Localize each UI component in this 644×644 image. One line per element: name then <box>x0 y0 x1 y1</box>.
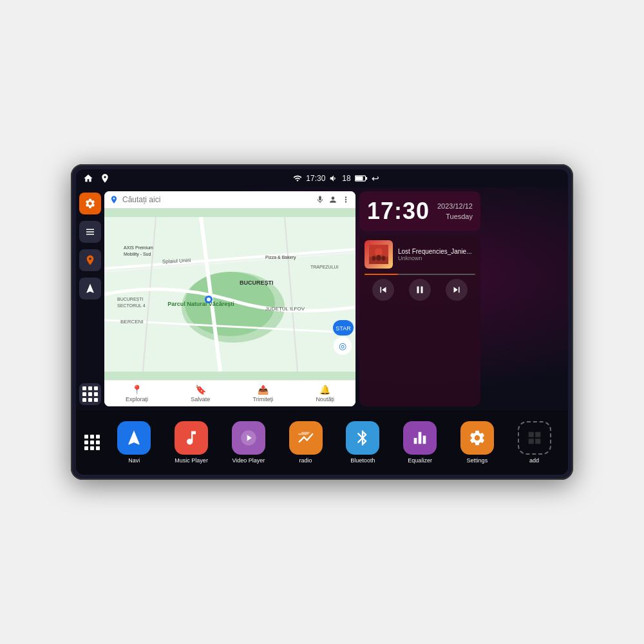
maps-icon[interactable] <box>99 173 111 184</box>
music-widget: Lost Frequencies_Janie... Unknown <box>359 235 480 406</box>
svg-point-33 <box>376 255 381 261</box>
sidebar-grid-btn[interactable] <box>79 383 101 405</box>
music-progress-fill <box>365 274 398 275</box>
svg-rect-1 <box>355 176 363 181</box>
svg-text:AXIS Premium: AXIS Premium <box>124 245 153 250</box>
svg-text:BUCUREȘTI: BUCUREȘTI <box>240 279 274 286</box>
map-nav-saved[interactable]: 🔖 Salvate <box>191 384 210 402</box>
album-art <box>365 240 393 269</box>
app-video-icon <box>232 421 265 455</box>
svg-text:JUDEȚUL ILFOV: JUDEȚUL ILFOV <box>265 306 305 312</box>
svg-text:STAR: STAR <box>336 325 351 332</box>
app-bluetooth-label: Bluetooth <box>350 457 375 464</box>
google-maps-icon <box>109 195 118 204</box>
clock-date: 2023/12/12 Tuesday <box>437 201 473 222</box>
status-bar: 17:30 18 ↩ <box>76 169 568 187</box>
map-search-input[interactable] <box>122 195 312 204</box>
app-radio-icon <box>289 421 323 455</box>
app-add[interactable]: add <box>515 421 554 464</box>
app-settings[interactable]: Settings <box>458 421 497 464</box>
svg-rect-2 <box>365 177 367 180</box>
app-grid-section: Navi Music Player <box>76 410 568 475</box>
song-title: Lost Frequencies_Janie... <box>398 248 475 255</box>
app-video-label: Video Player <box>232 457 265 464</box>
app-music-label: Music Player <box>175 457 208 464</box>
account-icon[interactable] <box>328 195 337 204</box>
app-add-label: add <box>529 457 539 464</box>
svg-text:Parcul Natural Văcărești: Parcul Natural Văcărești <box>167 301 234 307</box>
sidebar-location-btn[interactable] <box>79 249 101 271</box>
status-center: 17:30 18 ↩ <box>293 173 379 184</box>
svg-point-32 <box>372 256 376 261</box>
next-track-button[interactable] <box>446 279 468 301</box>
sidebar-settings-btn[interactable] <box>79 193 101 214</box>
app-navi-label: Navi <box>128 457 140 464</box>
right-panel: 17:30 2023/12/12 Tuesday <box>355 187 484 410</box>
svg-point-34 <box>382 256 386 261</box>
app-navi[interactable]: Navi <box>115 421 153 464</box>
map-nav-news[interactable]: 🔔 Noutăți <box>316 384 334 402</box>
main-content: Splaiul Unirii BUCUREȘTI JUDEȚUL ILFOV B… <box>76 187 568 410</box>
svg-point-30 <box>375 248 383 256</box>
app-radio-label: radio <box>299 457 312 464</box>
back-icon[interactable]: ↩ <box>372 173 379 184</box>
app-settings-icon <box>460 421 494 455</box>
svg-text:BUCUREȘTI: BUCUREȘTI <box>117 297 144 302</box>
song-details: Lost Frequencies_Janie... Unknown <box>398 248 475 261</box>
music-controls <box>365 279 475 301</box>
play-pause-button[interactable] <box>409 279 431 301</box>
app-music-icon <box>175 421 208 455</box>
app-settings-label: Settings <box>467 457 488 464</box>
status-left <box>82 173 111 184</box>
app-navi-icon <box>117 421 151 455</box>
svg-text:TRAPEZULUI: TRAPEZULUI <box>310 265 339 269</box>
crowd-image <box>369 245 388 264</box>
app-video-player[interactable]: Video Player <box>229 421 268 464</box>
map-nav-explore[interactable]: 📍 Explorați <box>126 384 148 402</box>
song-artist: Unknown <box>398 255 475 261</box>
app-add-icon <box>518 421 551 455</box>
microphone-icon[interactable] <box>316 195 325 204</box>
map-bottom-nav: 📍 Explorați 🔖 Salvate 📤 Trimiteți � <box>104 380 355 406</box>
app-equalizer-label: Equalizer <box>408 457 432 464</box>
app-music-player[interactable]: Music Player <box>172 421 211 464</box>
svg-point-24 <box>207 298 211 301</box>
clock-widget: 17:30 2023/12/12 Tuesday <box>359 191 480 231</box>
music-info: Lost Frequencies_Janie... Unknown <box>365 240 475 269</box>
svg-text:Pizza & Bakery: Pizza & Bakery <box>265 255 296 260</box>
clock-time: 17:30 <box>367 198 430 225</box>
music-progress-bar[interactable] <box>365 274 475 275</box>
svg-text:Mobility - Sud: Mobility - Sud <box>124 252 151 257</box>
svg-text:BERCENI: BERCENI <box>120 319 144 325</box>
map-nav-send[interactable]: 📤 Trimiteți <box>253 384 274 402</box>
app-radio[interactable]: radio <box>287 421 325 464</box>
home-icon[interactable] <box>82 173 94 184</box>
prev-track-button[interactable] <box>372 279 394 301</box>
map-container[interactable]: Splaiul Unirii BUCUREȘTI JUDEȚUL ILFOV B… <box>104 191 355 406</box>
app-bluetooth-icon <box>346 421 379 455</box>
svg-text:◎: ◎ <box>339 341 346 351</box>
content-area: Splaiul Unirii BUCUREȘTI JUDEȚUL ILFOV B… <box>104 187 568 410</box>
status-time: 17:30 <box>306 174 325 183</box>
sidebar-menu-btn[interactable] <box>79 221 101 243</box>
app-equalizer[interactable]: Equalizer <box>401 421 439 464</box>
app-equalizer-icon <box>403 421 437 455</box>
device-frame: 17:30 18 ↩ <box>71 164 573 480</box>
battery-level: 18 <box>342 174 350 183</box>
sidebar-nav-btn[interactable] <box>79 278 101 299</box>
grid-toggle-button[interactable] <box>81 431 103 453</box>
album-art-inner <box>365 240 393 269</box>
map-body[interactable]: Splaiul Unirii BUCUREȘTI JUDEȚUL ILFOV B… <box>104 209 355 380</box>
apps-row: Navi Music Player <box>106 421 563 464</box>
device-screen: 17:30 18 ↩ <box>76 169 568 475</box>
settings-dots-icon[interactable] <box>341 195 350 204</box>
map-search-bar <box>104 191 355 209</box>
app-bluetooth[interactable]: Bluetooth <box>343 421 382 464</box>
svg-text:SECTORUL 4: SECTORUL 4 <box>117 303 146 308</box>
map-svg: Splaiul Unirii BUCUREȘTI JUDEȚUL ILFOV B… <box>104 209 355 380</box>
sidebar <box>76 187 104 410</box>
grid-dots-icon <box>84 435 100 450</box>
